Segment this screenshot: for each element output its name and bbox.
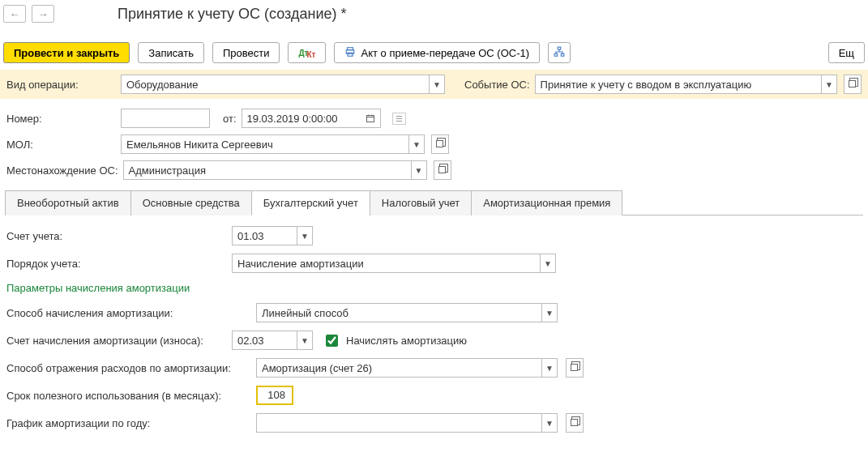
method-input[interactable]: Линейный способ <box>256 303 541 322</box>
from-label: от: <box>223 113 237 125</box>
operation-type-dropdown[interactable]: ▼ <box>429 75 445 94</box>
expense-dropdown[interactable]: ▼ <box>541 358 558 378</box>
svg-rect-6 <box>367 116 374 122</box>
operation-type-label: Вид операции: <box>6 79 116 91</box>
tab-fixed-assets[interactable]: Основные средства <box>130 190 252 215</box>
depreciation-section-title: Параметры начисления амортизации <box>6 282 862 294</box>
svg-rect-5 <box>561 53 564 56</box>
svg-rect-4 <box>554 53 558 56</box>
structure-icon <box>554 46 565 60</box>
account-input[interactable]: 01.03 <box>232 226 297 245</box>
open-icon <box>436 140 444 148</box>
number-input[interactable] <box>121 109 210 128</box>
page-title: Принятие к учету ОС (создание) * <box>118 6 347 23</box>
schedule-label: График амортизации по году: <box>6 417 250 429</box>
event-input[interactable]: Принятие к учету с вводом в эксплуатацию <box>535 75 821 94</box>
calendar-button[interactable] <box>361 109 381 128</box>
depr-account-label: Счет начисления амортизации (износа): <box>6 335 225 347</box>
open-icon <box>438 166 447 174</box>
number-label: Номер: <box>6 113 116 125</box>
mol-label: МОЛ: <box>6 139 116 151</box>
schedule-input[interactable] <box>256 413 541 433</box>
mol-dropdown[interactable]: ▼ <box>408 134 425 154</box>
nav-back-button[interactable]: ← <box>3 5 26 23</box>
nav-forward-button[interactable]: → <box>32 5 54 23</box>
post-button[interactable]: Провести <box>212 42 280 63</box>
schedule-open-button[interactable] <box>566 413 584 433</box>
expense-input[interactable]: Амортизация (счет 26) <box>256 358 541 378</box>
mol-open-button[interactable] <box>431 134 449 154</box>
location-label: Местонахождение ОС: <box>6 164 118 177</box>
list-icon-button[interactable]: ☰ <box>392 113 406 125</box>
more-button[interactable]: Ещ <box>828 42 865 63</box>
order-label: Порядок учета: <box>6 258 225 270</box>
expense-open-button[interactable] <box>566 358 584 378</box>
account-label: Счет учета: <box>6 230 225 242</box>
location-open-button[interactable] <box>434 160 451 180</box>
open-icon <box>849 80 857 88</box>
print-act-label: Акт о приеме-передаче ОС (ОС-1) <box>361 47 529 59</box>
expense-label: Способ отражения расходов по амортизации… <box>6 362 250 374</box>
method-label: Способ начисления амортизации: <box>6 307 250 319</box>
schedule-dropdown[interactable]: ▼ <box>541 413 558 433</box>
account-dropdown[interactable]: ▼ <box>297 226 313 245</box>
location-input[interactable]: Администрация <box>123 160 411 180</box>
accrue-depreciation-label: Начислять амортизацию <box>346 335 467 347</box>
depr-account-input[interactable]: 02.03 <box>232 331 297 350</box>
settings-button[interactable] <box>548 42 571 63</box>
operation-type-input[interactable]: Оборудование <box>121 75 429 94</box>
life-label: Срок полезного использования (в месяцах)… <box>6 390 250 402</box>
location-dropdown[interactable]: ▼ <box>411 160 427 180</box>
event-open-button[interactable] <box>844 75 862 94</box>
save-button[interactable]: Записать <box>138 42 204 63</box>
event-label: Событие ОС: <box>464 79 530 91</box>
tab-accounting[interactable]: Бухгалтерский учет <box>251 190 370 215</box>
post-and-close-button[interactable]: Провести и закрыть <box>3 42 130 63</box>
depr-account-dropdown[interactable]: ▼ <box>297 331 313 350</box>
event-dropdown[interactable]: ▼ <box>821 75 837 94</box>
printer-icon <box>344 46 356 60</box>
open-icon <box>571 419 579 427</box>
order-input[interactable]: Начисление амортизации <box>232 254 540 273</box>
tab-tax[interactable]: Налоговый учет <box>370 190 472 215</box>
calendar-icon <box>366 113 375 123</box>
method-dropdown[interactable]: ▼ <box>541 303 558 322</box>
print-act-button[interactable]: Акт о приеме-передаче ОС (ОС-1) <box>334 42 540 63</box>
debit-credit-icon: ДтКт <box>298 47 315 59</box>
accrue-depreciation-checkbox[interactable] <box>326 335 338 347</box>
svg-rect-3 <box>558 47 561 49</box>
tab-depr-bonus[interactable]: Амортизационная премия <box>471 190 622 215</box>
date-input[interactable]: 19.03.2019 0:00:00 <box>242 109 361 128</box>
tab-noncurrent-asset[interactable]: Внеоборотный актив <box>5 190 131 215</box>
useful-life-input[interactable]: 108 <box>256 386 293 405</box>
open-icon <box>571 364 579 372</box>
debit-credit-button[interactable]: ДтКт <box>288 42 326 63</box>
order-dropdown[interactable]: ▼ <box>540 254 556 273</box>
mol-input[interactable]: Емельянов Никита Сергеевич <box>121 134 408 154</box>
